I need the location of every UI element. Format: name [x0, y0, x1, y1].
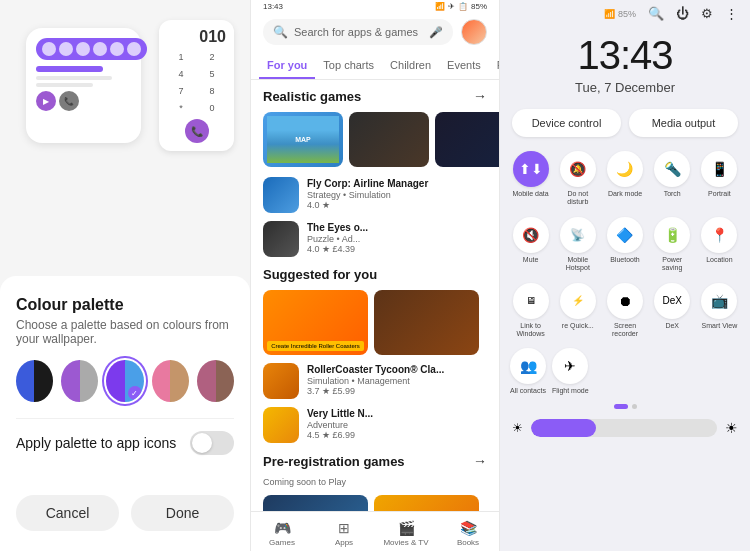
realistic-games-arrow[interactable]: →	[473, 88, 487, 104]
ps-user-avatar[interactable]	[461, 19, 487, 45]
portrait-icon: 📱	[701, 151, 737, 187]
qs-tiles-row3: 🖥 Link to Windows ⚡ re Quick... ⏺ Screen…	[500, 283, 750, 339]
nav-games[interactable]: 🎮 Games	[251, 520, 313, 547]
pre-reg-thumb-1[interactable]	[263, 495, 368, 511]
do-not-disturb-label: Do not disturb	[557, 190, 598, 207]
tile-smart-view[interactable]: 📺 Smart View	[699, 283, 740, 339]
tile-hotspot[interactable]: 📡 Mobile Hotspot	[557, 217, 598, 273]
all-contacts-label: All contacts	[510, 387, 546, 395]
rollercoaster-thumb[interactable]: Create Incredible Roller Coasters	[263, 290, 368, 355]
game-thumb-third[interactable]	[435, 112, 499, 167]
nav-apps[interactable]: ⊞ Apps	[313, 520, 375, 547]
screen-recorder-icon: ⏺	[607, 283, 643, 319]
swatch-blue-black[interactable]	[16, 360, 53, 402]
ps-content-area: Realistic games → MAP Fly Corp: Airline …	[251, 80, 499, 511]
palette-swatches-row: ✓	[16, 360, 234, 402]
movies-label: Movies & TV	[383, 538, 428, 547]
qs-time-value: 13:43	[500, 33, 750, 78]
qs-pagination-dots	[500, 404, 750, 409]
very-little-icon	[263, 407, 299, 443]
dex-label: DeX	[665, 322, 679, 330]
apps-icon: ⊞	[338, 520, 350, 536]
palette-bottom-sheet: Colour palette Choose a palette based on…	[0, 276, 250, 483]
device-control-button[interactable]: Device control	[512, 109, 621, 137]
tile-dark-mode[interactable]: 🌙 Dark mode	[604, 151, 645, 207]
brightness-bar[interactable]	[531, 419, 717, 437]
tile-do-not-disturb[interactable]: 🔕 Do not disturb	[557, 151, 598, 207]
rollercoaster-banner: Create Incredible Roller Coasters	[267, 341, 364, 351]
tile-dex[interactable]: DeX DeX	[652, 283, 693, 339]
quick-share-icon: ⚡	[560, 283, 596, 319]
airline-manager-name: Fly Corp: Airline Manager	[307, 177, 428, 190]
qs-tiles-row4: 👥 All contacts ✈ Flight mode	[500, 348, 750, 395]
cancel-button[interactable]: Cancel	[16, 495, 119, 531]
very-little-rating: 4.5 ★ £6.99	[307, 430, 373, 440]
pre-reg-thumb-2[interactable]	[374, 495, 479, 511]
tile-torch[interactable]: 🔦 Torch	[652, 151, 693, 207]
game-thumb-dark[interactable]	[349, 112, 429, 167]
rollercoaster-rating: 3.7 ★ £5.99	[307, 386, 444, 396]
dot-1	[614, 404, 628, 409]
tab-events[interactable]: Events	[439, 53, 489, 79]
eyes-game-row[interactable]: The Eyes o... Puzzle • Ad... 4.0 ★ £4.39	[263, 221, 487, 257]
mic-icon[interactable]: 🎤	[429, 26, 443, 39]
tile-quick-share[interactable]: ⚡ re Quick...	[557, 283, 598, 339]
apply-palette-toggle[interactable]	[190, 431, 234, 455]
tile-flight-mode[interactable]: ✈ Flight mode	[552, 348, 589, 395]
colour-palette-panel: ▶ 📞 010 1 2 4 5 7 8 * 0 📞	[0, 0, 250, 551]
tab-top-charts[interactable]: Top charts	[315, 53, 382, 79]
swatch-mauve-brown[interactable]	[197, 360, 234, 402]
very-little-thumb[interactable]	[374, 290, 479, 355]
all-contacts-icon: 👥	[510, 348, 546, 384]
settings-icon[interactable]: ⚙	[701, 6, 713, 21]
nav-movies[interactable]: 🎬 Movies & TV	[375, 520, 437, 547]
done-button[interactable]: Done	[131, 495, 234, 531]
tile-bluetooth[interactable]: 🔷 Bluetooth	[604, 217, 645, 273]
mobile-data-label: Mobile data	[512, 190, 548, 198]
tile-power-saving[interactable]: 🔋 Power saving	[652, 217, 693, 273]
qs-time-display: 13:43	[500, 23, 750, 80]
airline-manager-row[interactable]: Fly Corp: Airline Manager Strategy • Sim…	[263, 177, 487, 213]
pre-reg-arrow[interactable]: →	[473, 453, 487, 469]
games-label: Games	[269, 538, 295, 547]
mobile-data-icon: ⬆⬇	[513, 151, 549, 187]
very-little-meta: Adventure	[307, 420, 373, 430]
swatch-purple-gray[interactable]	[61, 360, 98, 402]
rollercoaster-row[interactable]: RollerCoaster Tycoon® Cla... Simulation …	[263, 363, 487, 399]
power-icon[interactable]: ⏻	[676, 6, 689, 21]
tile-mobile-data[interactable]: ⬆⬇ Mobile data	[510, 151, 551, 207]
ps-search-placeholder: Search for apps & games	[294, 26, 423, 38]
swatch-purple-blue[interactable]: ✓	[106, 360, 143, 402]
quick-settings-panel: 📶 85% 🔍 ⏻ ⚙ ⋮ 13:43 Tue, 7 December Devi…	[500, 0, 750, 551]
tab-pre[interactable]: Pre	[489, 53, 499, 79]
more-icon[interactable]: ⋮	[725, 6, 738, 21]
toggle-knob	[192, 433, 212, 453]
tile-all-contacts[interactable]: 👥 All contacts	[510, 348, 546, 395]
link-windows-label: Link to Windows	[510, 322, 551, 339]
game-thumb-map[interactable]: MAP	[263, 112, 343, 167]
swatch-pink-tan[interactable]	[152, 360, 189, 402]
pre-reg-subtitle: Coming soon to Play	[263, 477, 487, 487]
qs-top-bar: 📶 85% 🔍 ⏻ ⚙ ⋮	[500, 0, 750, 23]
tab-for-you[interactable]: For you	[259, 53, 315, 79]
link-windows-icon: 🖥	[513, 283, 549, 319]
tile-portrait[interactable]: 📱 Portrait	[699, 151, 740, 207]
torch-icon: 🔦	[654, 151, 690, 187]
tile-screen-recorder[interactable]: ⏺ Screen recorder	[604, 283, 645, 339]
tile-location[interactable]: 📍 Location	[699, 217, 740, 273]
tab-children[interactable]: Children	[382, 53, 439, 79]
rollercoaster-meta: Simulation • Management	[307, 376, 444, 386]
airline-manager-info: Fly Corp: Airline Manager Strategy • Sim…	[307, 177, 428, 210]
nav-books[interactable]: 📚 Books	[437, 520, 499, 547]
very-little-row[interactable]: Very Little N... Adventure 4.5 ★ £6.99	[263, 407, 487, 443]
eyes-game-name: The Eyes o...	[307, 221, 368, 234]
qs-brightness-control[interactable]: ☀ ☀	[512, 419, 738, 437]
torch-label: Torch	[664, 190, 681, 198]
books-icon: 📚	[460, 520, 477, 536]
ps-search-bar[interactable]: 🔍 Search for apps & games 🎤	[263, 19, 453, 45]
tile-mute[interactable]: 🔇 Mute	[510, 217, 551, 273]
tile-link-windows[interactable]: 🖥 Link to Windows	[510, 283, 551, 339]
search-icon-qs[interactable]: 🔍	[648, 6, 664, 21]
ps-signal-area: 📶✈📋85%	[435, 2, 487, 11]
media-output-button[interactable]: Media output	[629, 109, 738, 137]
